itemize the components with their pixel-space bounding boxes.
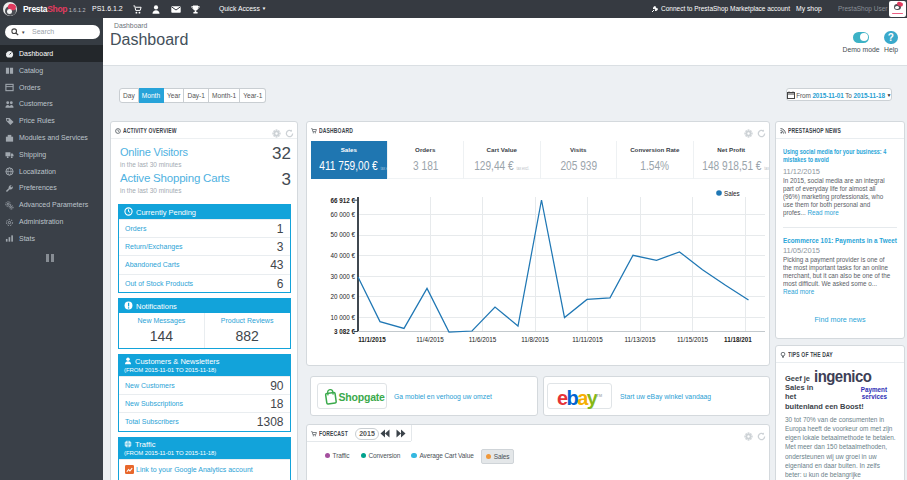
svg-text:11/1/2015: 11/1/2015 (358, 336, 386, 343)
svg-text:11/18/201: 11/18/201 (724, 336, 752, 343)
svg-text:11/11/2015: 11/11/2015 (572, 336, 603, 343)
svg-text:11/15/2015: 11/15/2015 (677, 336, 709, 343)
svg-text:66 912 €: 66 912 € (330, 197, 355, 204)
svg-text:40 000 €: 40 000 € (330, 252, 355, 259)
svg-text:11/13/2015: 11/13/2015 (624, 336, 656, 343)
svg-text:11/6/2015: 11/6/2015 (469, 336, 497, 343)
svg-text:11/8/2015: 11/8/2015 (521, 336, 549, 343)
svg-text:11/4/2015: 11/4/2015 (416, 336, 444, 343)
svg-text:10 000 €: 10 000 € (330, 314, 355, 321)
svg-text:3 082 €: 3 082 € (334, 328, 356, 335)
svg-text:20 000 €: 20 000 € (330, 293, 355, 300)
svg-text:Sales: Sales (724, 190, 740, 197)
svg-text:60 000 €: 60 000 € (330, 211, 355, 218)
svg-text:30 000 €: 30 000 € (330, 273, 355, 280)
svg-text:50 000 €: 50 000 € (330, 231, 355, 238)
